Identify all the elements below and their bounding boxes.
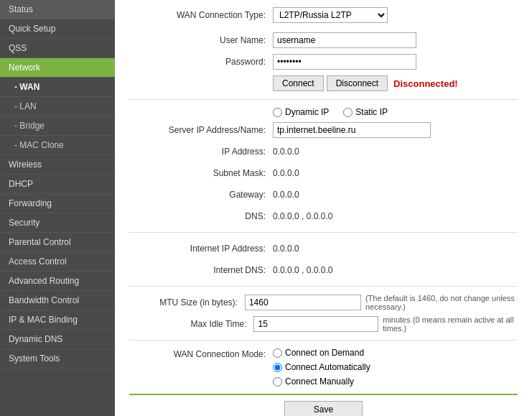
connect-automatically-radio[interactable] <box>273 363 282 372</box>
ip-address-row: IP Address: 0.0.0.0 <box>129 143 518 160</box>
connect-on-demand-label[interactable]: Connect on Demand <box>273 348 370 358</box>
username-label: User Name: <box>129 35 273 45</box>
username-input[interactable] <box>273 32 416 48</box>
password-label: Password: <box>129 57 273 67</box>
ip-address-label: IP Address: <box>129 147 273 157</box>
server-ip-input[interactable] <box>273 122 431 138</box>
wan-mode-row: WAN Connection Mode: Connect on Demand C… <box>129 348 518 387</box>
dynamic-ip-radio[interactable] <box>273 108 282 117</box>
internet-ip-value: 0.0.0.0 <box>273 244 299 254</box>
save-button[interactable]: Save <box>284 401 363 416</box>
sidebar-item-forwarding[interactable]: Forwarding <box>0 194 115 213</box>
mtu-label: MTU Size (in bytes): <box>129 297 245 308</box>
sidebar-item-qss[interactable]: QSS <box>0 39 115 58</box>
static-ip-radio-label[interactable]: Static IP <box>343 107 388 117</box>
connect-automatically-text: Connect Automatically <box>285 362 370 372</box>
internet-dns-row: Internet DNS: 0.0.0.0 , 0.0.0.0 <box>129 262 518 279</box>
wan-connection-type-label: WAN Connection Type: <box>129 10 273 20</box>
dns-row: DNS: 0.0.0.0 , 0.0.0.0 <box>129 208 518 225</box>
static-ip-radio[interactable] <box>343 108 353 117</box>
gateway-row: Gateway: 0.0.0.0 <box>129 186 518 203</box>
sidebar-item-system-tools[interactable]: System Tools <box>0 349 115 369</box>
gateway-value: 0.0.0.0 <box>273 190 299 200</box>
sidebar-item-mac-clone[interactable]: - MAC Clone <box>0 136 115 155</box>
sidebar-item-dynamic-dns[interactable]: Dynamic DNS <box>0 330 115 349</box>
internet-dns-value: 0.0.0.0 , 0.0.0.0 <box>273 265 332 275</box>
sidebar-item-wan[interactable]: - WAN <box>0 78 115 97</box>
sidebar-item-advanced-routing[interactable]: Advanced Routing <box>0 272 115 291</box>
max-idle-row: Max Idle Time: minutes (0 means remain a… <box>129 315 518 333</box>
connect-row: Connect Disconnect Disconnected! <box>129 75 518 92</box>
sidebar-item-wireless[interactable]: Wireless <box>0 155 115 175</box>
max-idle-input[interactable] <box>253 316 378 332</box>
divider-4 <box>129 340 518 341</box>
connect-button[interactable]: Connect <box>273 75 324 91</box>
dynamic-ip-label: Dynamic IP <box>285 107 329 117</box>
divider-3 <box>129 286 518 287</box>
disconnect-button[interactable]: Disconnect <box>327 75 388 91</box>
sidebar-item-dhcp[interactable]: DHCP <box>0 175 115 194</box>
wan-connection-type-row: WAN Connection Type: L2TP/Russia L2TP PP… <box>129 7 518 23</box>
subnet-mask-row: Subnet Mask: 0.0.0.0 <box>129 165 518 182</box>
wan-mode-label: WAN Connection Mode: <box>129 348 273 359</box>
internet-ip-row: Internet IP Address: 0.0.0.0 <box>129 240 518 257</box>
divider-2 <box>129 232 518 233</box>
ip-address-value: 0.0.0.0 <box>273 147 299 157</box>
sidebar-item-access-control[interactable]: Access Control <box>0 252 115 272</box>
sidebar-item-status[interactable]: Status <box>0 0 115 19</box>
gateway-label: Gateway: <box>129 190 273 200</box>
wan-mode-options: Connect on Demand Connect Automatically … <box>273 348 370 387</box>
internet-dns-label: Internet DNS: <box>129 265 273 275</box>
wan-connection-type-select[interactable]: L2TP/Russia L2TP PPPoE Dynamic IP Static… <box>273 7 388 23</box>
sidebar-item-security[interactable]: Security <box>0 213 115 233</box>
dns-label: DNS: <box>129 211 273 221</box>
sidebar-item-bandwidth-control[interactable]: Bandwidth Control <box>0 291 115 310</box>
save-bar: Save <box>129 394 518 416</box>
sidebar-item-network[interactable]: Network <box>0 58 115 78</box>
sidebar-item-quick-setup[interactable]: Quick Setup <box>0 19 115 39</box>
divider-1 <box>129 99 518 100</box>
server-ip-label: Server IP Address/Name: <box>129 125 273 135</box>
connect-on-demand-text: Connect on Demand <box>285 348 364 358</box>
max-idle-hint: minutes (0 means remain active at all ti… <box>383 315 518 333</box>
sidebar-item-lan[interactable]: - LAN <box>0 97 115 116</box>
connect-on-demand-radio[interactable] <box>273 348 282 358</box>
connect-manually-text: Connect Manually <box>285 376 354 387</box>
sidebar-item-bridge[interactable]: - Bridge <box>0 116 115 136</box>
connect-automatically-label[interactable]: Connect Automatically <box>273 362 370 372</box>
password-input[interactable] <box>273 54 416 70</box>
password-row: Password: <box>129 53 518 70</box>
main-content: WAN Connection Type: L2TP/Russia L2TP PP… <box>115 0 532 416</box>
sidebar-item-parental-control[interactable]: Parental Control <box>0 233 115 252</box>
ip-type-radio-group: Dynamic IP Static IP <box>273 107 518 117</box>
server-ip-row: Server IP Address/Name: <box>129 121 518 139</box>
connect-manually-label[interactable]: Connect Manually <box>273 376 370 387</box>
disconnected-status: Disconnected! <box>393 78 458 89</box>
username-row: User Name: <box>129 32 518 49</box>
subnet-mask-label: Subnet Mask: <box>129 168 273 178</box>
internet-ip-label: Internet IP Address: <box>129 244 273 254</box>
sidebar-item-ip-mac-binding[interactable]: IP & MAC Binding <box>0 310 115 330</box>
dns-value: 0.0.0.0 , 0.0.0.0 <box>273 211 332 221</box>
mtu-hint: (The default is 1460, do not change unle… <box>365 294 518 311</box>
connect-manually-radio[interactable] <box>273 377 282 387</box>
dynamic-ip-radio-label[interactable]: Dynamic IP <box>273 107 329 117</box>
mtu-row: MTU Size (in bytes): (The default is 146… <box>129 294 518 311</box>
static-ip-label: Static IP <box>355 107 388 117</box>
max-idle-label: Max Idle Time: <box>129 319 253 329</box>
subnet-mask-value: 0.0.0.0 <box>273 168 299 178</box>
sidebar: Status Quick Setup QSS Network - WAN - L… <box>0 0 115 416</box>
mtu-input[interactable] <box>245 295 361 310</box>
